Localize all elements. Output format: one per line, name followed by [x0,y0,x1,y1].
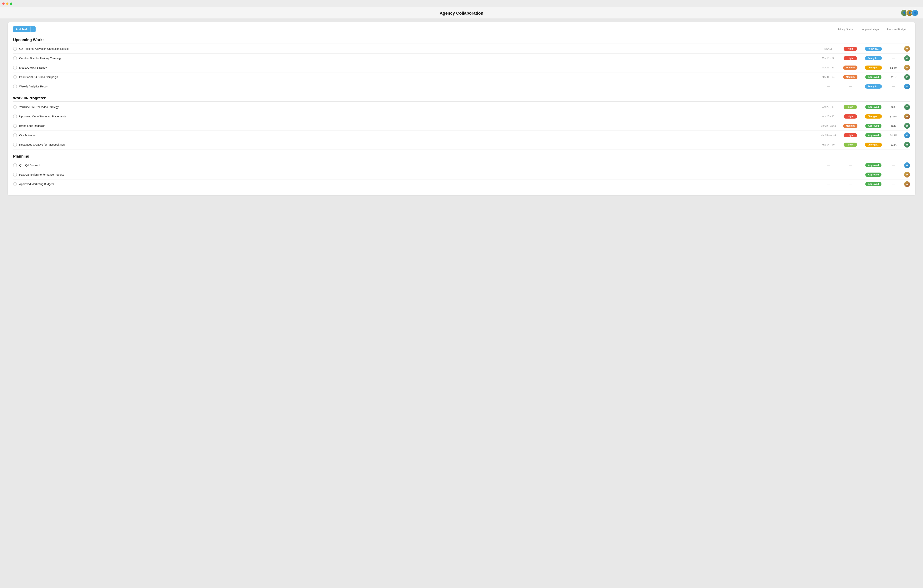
table-row: Q2 Regional Activation Campaign ResultsM… [13,44,910,54]
task-checkbox[interactable] [13,66,17,70]
table-row: Revamped Creative for Facebook AdsMay 24… [13,140,910,149]
section-title: Planning: [13,152,910,160]
avatar: Y [904,104,910,110]
add-task-button[interactable]: Add Task ▾ [13,26,36,32]
avatar: 👤 [912,10,918,16]
task-name: Approved Marketing Budgets [19,183,818,186]
col-header-budget: Proposed Budget [883,28,910,31]
task-avatar: W [902,84,910,89]
task-priority: — [839,173,862,176]
column-headers: Priority Status Approval stage Proposed … [833,28,910,31]
table-row: Weekly Analytics Report——Ready fo...—W [13,82,910,91]
task-approval: Ready fo... [862,84,885,88]
task-priority: — [839,85,862,88]
task-checkbox[interactable] [13,133,17,137]
close-dot[interactable] [2,3,5,5]
table-row: Past Campaign Performance Reports——Appro… [13,170,910,180]
table-row: Q1 - Q4 Contract——Approved—Q [13,161,910,170]
table-row: Creative Brief for Holiday CampaignMar 1… [13,54,910,63]
task-checkbox[interactable] [13,163,17,167]
table-row: Upcoming Out of Home Ad PlacementsApr 25… [13,112,910,121]
task-checkbox[interactable] [13,182,17,186]
task-checkbox[interactable] [13,47,17,51]
task-date: — [818,85,839,88]
task-checkbox[interactable] [13,143,17,147]
task-avatar: P [902,172,910,178]
avatar: C [904,133,910,138]
task-date: May 15 – 24 [818,76,839,79]
task-checkbox[interactable] [13,124,17,128]
task-approval: Approved [862,172,885,177]
task-date: — [818,164,839,167]
approval-badge: Ready fo... [865,56,882,61]
task-budget: — [885,182,902,186]
task-date: Mar 28 – Apr 4 [818,134,839,137]
section-gap [13,149,910,152]
task-checkbox[interactable] [13,75,17,79]
task-checkbox[interactable] [13,56,17,60]
approval-badge: Ready fo... [865,47,882,51]
task-priority: — [839,164,862,167]
avatar: P [904,74,910,80]
task-priority: Medium [839,124,862,128]
task-budget: $12K [885,143,902,146]
titlebar [0,0,923,7]
task-budget: — [885,85,902,88]
priority-badge: Low [844,142,857,147]
task-approval: Ready fo... [862,47,885,51]
task-budget: $1.3M [885,134,902,137]
task-avatar: Q [902,162,910,168]
approval-badge: Changes... [865,142,882,147]
task-priority: Medium [839,66,862,70]
add-task-dropdown-arrow[interactable]: ▾ [30,26,36,32]
task-date: May 16 [818,47,839,50]
task-name: Paid Social Q4 Brand Campaign [19,75,818,79]
task-date: Apr 25 – 30 [818,115,839,118]
maximize-dot[interactable] [10,3,12,5]
task-checkbox[interactable] [13,173,17,177]
task-priority: Low [839,142,862,147]
task-budget: $750K [885,115,902,118]
avatar: P [904,172,910,178]
table-row: Media Growth StrategyApr 25 – 26MediumCh… [13,63,910,72]
task-name: Past Campaign Performance Reports [19,173,818,176]
task-checkbox[interactable] [13,85,17,88]
task-name: Revamped Creative for Facebook Ads [19,143,818,146]
task-name: Q1 - Q4 Contract [19,164,818,167]
task-approval: Changes... [862,114,885,119]
task-name: Brand Logo Redesign [19,124,818,128]
task-budget: — [885,47,902,51]
task-checkbox[interactable] [13,115,17,118]
task-date: May 24 – 30 [818,143,839,146]
task-budget: $7K [885,124,902,128]
task-date: Apr 25 – 26 [818,66,839,69]
approval-badge: Approved [866,163,882,167]
task-budget: — [885,173,902,176]
task-avatar: M [902,65,910,70]
avatar: M [904,65,910,70]
task-priority: — [839,182,862,186]
task-checkbox[interactable] [13,105,17,109]
task-date: Mar 15 – 22 [818,57,839,60]
approval-badge: Approved [866,75,882,79]
task-approval: Approved [862,133,885,138]
task-avatar: Y [902,104,910,110]
task-approval: Changes... [862,142,885,147]
approval-badge: Approved [866,124,882,128]
task-name: Q2 Regional Activation Campaign Results [19,47,818,50]
task-name: YouTube Pre-Roll Video Strategy [19,105,818,108]
minimize-dot[interactable] [6,3,8,5]
table-row: City ActivationMar 28 – Apr 4HighApprove… [13,131,910,140]
approval-badge: Changes... [865,66,882,70]
task-name: City Activation [19,134,818,137]
section-title: Upcoming Work: [13,36,910,43]
main-content: Add Task ▾ Priority Status Approval stag… [0,18,923,199]
approval-badge: Ready fo... [865,84,882,88]
avatar: A [904,181,910,187]
task-approval: Approved [862,124,885,128]
task-avatar: U [902,113,910,120]
avatar: W [904,84,910,89]
col-header-priority: Priority Status [833,28,858,31]
priority-badge: High [844,47,857,51]
page-title: Agency Collaboration [0,11,923,16]
